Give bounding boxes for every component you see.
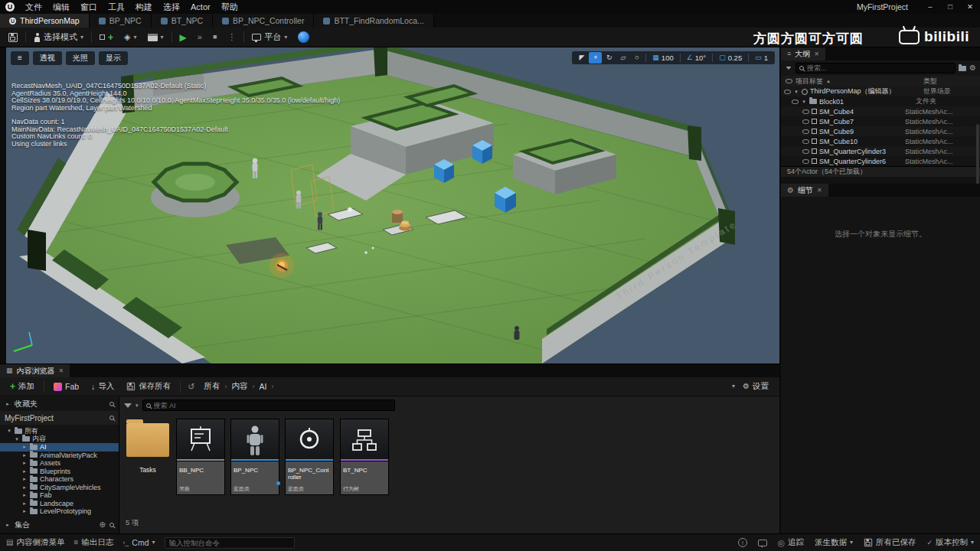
- asset-tile-bb-npc[interactable]: BB_NPC 黑板: [176, 419, 225, 495]
- visibility-toggle[interactable]: [802, 139, 809, 144]
- breadcrumb-ai[interactable]: AI: [260, 382, 267, 391]
- asset-search-box[interactable]: [142, 399, 395, 411]
- alert-icon[interactable]: !: [738, 538, 747, 547]
- play-button[interactable]: ▶: [175, 28, 192, 47]
- scale-snap-button[interactable]: ▢ 0.25: [715, 54, 746, 62]
- asset-tile-bt-npc[interactable]: BT_NPC 行为树: [340, 419, 389, 495]
- asset-tile-bp-npc[interactable]: BP_NPC 蓝图类: [230, 419, 279, 495]
- settings-button[interactable]: ⚙ 设置: [741, 377, 770, 396]
- platforms-dropdown[interactable]: 平台 ▾: [247, 28, 292, 47]
- live-coding-button[interactable]: [292, 28, 315, 47]
- outliner-scrollbar[interactable]: [976, 124, 979, 193]
- menu-file[interactable]: 文件: [20, 0, 47, 14]
- tree-item-content[interactable]: ▾ 内容: [0, 435, 119, 444]
- menu-edit[interactable]: 编辑: [47, 0, 75, 14]
- expander-icon[interactable]: ▾: [793, 89, 799, 95]
- campfire[interactable]: [270, 253, 294, 278]
- content-drawer-button[interactable]: ▤ 内容侧滑菜单: [6, 537, 64, 548]
- outliner-row-folder[interactable]: ▾ Block01 文件夹: [781, 96, 980, 106]
- scale-tool-button[interactable]: ▱: [616, 52, 629, 64]
- minimize-button[interactable]: –: [920, 0, 940, 14]
- fab-button[interactable]: Fab: [48, 377, 84, 396]
- import-button[interactable]: ↓ 导入: [86, 377, 119, 396]
- asset-tile-tasks[interactable]: Tasks: [123, 419, 172, 474]
- breadcrumb-all[interactable]: 所有: [204, 381, 220, 392]
- expander-icon[interactable]: ▾: [801, 99, 807, 105]
- perspective-dropdown[interactable]: 透视: [33, 51, 62, 65]
- all-saved-indicator[interactable]: 所有已保存: [864, 537, 916, 548]
- tree-item-assets[interactable]: ▸ Assets: [0, 459, 119, 468]
- add-button[interactable]: + 添加: [5, 377, 40, 396]
- rotate-tool-button[interactable]: ↻: [603, 52, 616, 64]
- close-icon[interactable]: ✕: [814, 51, 819, 57]
- outliner-row-world[interactable]: ▾ ThirdPersonMap（编辑器） 世界场景: [781, 86, 980, 96]
- favorites-section[interactable]: ▸ 收藏夹: [0, 397, 119, 411]
- rotation-snap-button[interactable]: ∠ 10°: [683, 54, 710, 62]
- visibility-toggle[interactable]: [802, 159, 809, 164]
- visibility-toggle[interactable]: [802, 119, 809, 124]
- outliner-row-mesh[interactable]: SM_QuarterCylinder6 StaticMeshAc...: [781, 156, 980, 166]
- derived-data-dropdown[interactable]: 派生数据 ▾: [815, 537, 853, 548]
- output-log-button[interactable]: ≡ 输出日志: [74, 537, 113, 548]
- breadcrumb-content[interactable]: 内容: [232, 381, 248, 392]
- new-folder-icon[interactable]: [959, 66, 966, 71]
- gear-icon[interactable]: ⚙: [969, 64, 976, 72]
- tab-btt-findrandomloca[interactable]: BTT_FindRandomLoca...: [314, 14, 433, 28]
- add-collection-icon[interactable]: ⊕: [100, 521, 106, 529]
- menu-actor[interactable]: Actor: [185, 0, 216, 14]
- close-icon[interactable]: ✕: [59, 368, 64, 374]
- tab-thirdpersonmap[interactable]: U ThirdPersonMap: [0, 14, 90, 28]
- tree-item-citysamplevehicles[interactable]: ▸ CitySampleVehicles: [0, 484, 119, 492]
- cinematics-dropdown[interactable]: ▾: [142, 28, 169, 47]
- filter-icon[interactable]: [786, 67, 792, 70]
- menu-select[interactable]: 选择: [158, 0, 185, 14]
- search-icon[interactable]: [109, 523, 114, 527]
- blueprints-dropdown[interactable]: ◈ ▾: [119, 28, 142, 47]
- search-icon[interactable]: [109, 416, 114, 420]
- tab-bp-npc[interactable]: BP_NPC: [90, 14, 152, 28]
- save-all-button[interactable]: 保存所有: [121, 377, 176, 396]
- outliner-search-input[interactable]: [807, 64, 952, 72]
- outliner-row-mesh[interactable]: SM_Cube7 StaticMeshAc...: [781, 116, 980, 126]
- visibility-toggle[interactable]: [802, 149, 809, 154]
- filter-icon[interactable]: [124, 403, 132, 408]
- project-section[interactable]: MyFirstProject: [0, 411, 119, 425]
- tree-item-levelprototyping[interactable]: ▸ LevelPrototyping: [0, 507, 119, 516]
- menu-tools[interactable]: 工具: [103, 0, 130, 14]
- translate-tool-button[interactable]: +: [589, 52, 602, 64]
- stop-button[interactable]: ■: [207, 28, 222, 47]
- asset-tile-bp-npc-controller[interactable]: BP_NPC_Controller 蓝图类: [285, 419, 334, 495]
- outliner-header[interactable]: 项目标签 ▲ 类型: [781, 76, 980, 86]
- octagon-mound[interactable]: [151, 164, 240, 217]
- select-mode-dropdown[interactable]: 选择模式 ▾: [28, 28, 89, 47]
- frame-skip-button[interactable]: »: [192, 28, 207, 47]
- tree-item-blueprints[interactable]: ▸ Blueprints: [0, 468, 119, 476]
- play-options-button[interactable]: ⋮: [222, 28, 241, 47]
- outliner-row-mesh[interactable]: SM_Cube9 StaticMeshAc...: [781, 126, 980, 136]
- save-button[interactable]: [3, 28, 23, 47]
- outliner-search-box[interactable]: [795, 63, 956, 73]
- view-mode-dropdown[interactable]: 光照: [66, 51, 95, 65]
- grid-snap-button[interactable]: ▦ 100: [648, 54, 677, 62]
- show-dropdown[interactable]: 显示: [99, 51, 128, 65]
- tab-bp-npc-controller[interactable]: BP_NPC_Controller: [213, 14, 314, 28]
- level-viewport[interactable]: Third Person Template: [6, 47, 779, 364]
- tab-content-browser[interactable]: ▦ 内容浏览器 ✕: [0, 364, 70, 377]
- search-icon[interactable]: [109, 402, 114, 406]
- outliner-row-mesh[interactable]: SM_Cube4 StaticMeshAc...: [781, 106, 980, 116]
- add-actor-button[interactable]: +: [94, 28, 119, 47]
- viewport-menu-button[interactable]: ≡: [11, 51, 29, 65]
- revision-control-dropdown[interactable]: ✓ 版本控制 ▾: [926, 537, 974, 548]
- close-button[interactable]: ✕: [960, 0, 980, 14]
- tab-details[interactable]: ⚙ 细节 ✕: [781, 184, 828, 197]
- tree-item-fab[interactable]: ▸ Fab: [0, 491, 119, 500]
- menu-help[interactable]: 帮助: [216, 0, 243, 14]
- chevron-down-icon[interactable]: ▾: [732, 383, 735, 390]
- tab-bt-npc[interactable]: BT_NPC: [152, 14, 213, 28]
- collections-section[interactable]: ▸ 集合 ⊕: [0, 518, 119, 532]
- trace-button[interactable]: ◎ 追踪: [778, 537, 804, 548]
- world-space-button[interactable]: ○: [630, 52, 643, 64]
- visibility-toggle[interactable]: [784, 90, 791, 94]
- back-icon[interactable]: ↺: [185, 383, 198, 391]
- tree-item-animalvarietypack[interactable]: ▸ AnimalVarietyPack: [0, 452, 119, 460]
